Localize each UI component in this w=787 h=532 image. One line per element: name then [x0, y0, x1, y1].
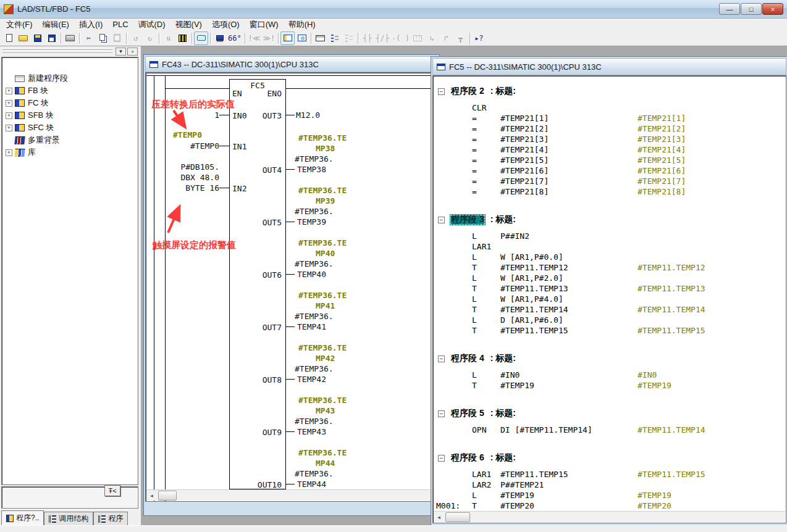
menu-item-0[interactable]: 文件(F): [1, 19, 38, 31]
tree-item-new-network[interactable]: 新建程序段: [2, 72, 138, 85]
dock-menu-button[interactable]: ▼: [116, 48, 126, 56]
stl-line[interactable]: M001:T#TEMP20#TEMP20: [434, 501, 785, 511]
diagnostics-icon[interactable]: [175, 31, 190, 45]
menu-item-6[interactable]: 选项(O): [207, 19, 245, 31]
output-operand-line2[interactable]: TEMP39: [297, 217, 326, 227]
connections-icon[interactable]: [213, 31, 227, 45]
menu-item-8[interactable]: 帮助(H): [284, 19, 321, 31]
open-icon[interactable]: [16, 31, 30, 45]
save-source-icon[interactable]: [30, 31, 44, 45]
program-elements-icon[interactable]: [327, 31, 342, 45]
tree-item-sfb-blocks[interactable]: +SFB 块: [2, 109, 138, 122]
stl-line[interactable]: =#TEMP21[1]#TEMP21[1]: [434, 114, 785, 124]
dock-close-button[interactable]: ×: [127, 48, 138, 56]
tab-program[interactable]: 程序: [93, 512, 128, 525]
collapse-icon[interactable]: −: [438, 355, 445, 362]
cut-icon[interactable]: ✂: [82, 31, 96, 45]
menu-item-1[interactable]: 编辑(E): [38, 19, 74, 31]
expander-icon[interactable]: +: [6, 125, 12, 131]
output-operand-line1[interactable]: #TEMP36.: [295, 207, 334, 216]
tree-item-fb-blocks[interactable]: +FB 块: [2, 85, 138, 97]
in1-operand[interactable]: #TEMP0: [146, 141, 219, 151]
output-operand-line2[interactable]: TEMP44: [297, 480, 326, 489]
tree-item-multi-instance[interactable]: 多重背景: [2, 134, 138, 146]
stl-line[interactable]: =#TEMP21[2]#TEMP21[2]: [434, 124, 785, 135]
network-title[interactable]: 程序段 5: [450, 408, 486, 419]
lad-editor[interactable]: FC5 EN ENO IN0 IN1 IN2 OUT3 OUT4OUT5OUT6…: [146, 73, 437, 501]
network-2-header[interactable]: −程序段 2: 标题:: [434, 85, 785, 98]
collapse-icon[interactable]: −: [438, 455, 445, 462]
fc5-horizontal-scrollbar[interactable]: ◂: [434, 511, 785, 522]
new-network-icon[interactable]: [313, 31, 327, 45]
scroll-left-arrow[interactable]: ◂: [434, 512, 444, 522]
expander-icon[interactable]: +: [6, 100, 12, 107]
tree-item-sfc-blocks[interactable]: +SFC 块: [2, 122, 138, 134]
network-title[interactable]: 程序段 3: [450, 214, 486, 225]
network-6-header[interactable]: −程序段 6: 标题:: [434, 452, 785, 464]
network-title[interactable]: 程序段 6: [450, 452, 486, 463]
print-icon[interactable]: [63, 31, 77, 45]
stl-line[interactable]: LW [AR1,P#2.0]: [434, 273, 785, 284]
overview-window-icon[interactable]: [280, 31, 295, 45]
menu-item-2[interactable]: 插入(I): [74, 19, 107, 31]
stl-line[interactable]: =#TEMP21[4]#TEMP21[4]: [434, 145, 785, 156]
output-operand-line1[interactable]: #TEMP36.: [295, 417, 334, 426]
stl-line[interactable]: L#TEMP19#TEMP19: [434, 491, 785, 501]
monitor-toggle-icon[interactable]: [194, 31, 208, 45]
output-operand-line1[interactable]: #TEMP36.: [295, 312, 334, 321]
fc43-horizontal-scrollbar[interactable]: ◂: [146, 489, 437, 501]
menu-item-4[interactable]: 调试(D): [133, 19, 170, 31]
in2-operand-line[interactable]: BYTE 16: [146, 183, 219, 193]
output-operand-line2[interactable]: TEMP40: [297, 270, 326, 279]
stl-line[interactable]: T#TEMP11.TEMP12#TEMP11.TEMP12: [434, 263, 785, 273]
stl-line[interactable]: LAR1#TEMP11.TEMP15#TEMP11.TEMP15: [434, 470, 785, 480]
stl-line[interactable]: T#TEMP11.TEMP15#TEMP11.TEMP15: [434, 326, 785, 336]
tree-item-libraries[interactable]: +库: [2, 146, 138, 159]
fc43-title-bar[interactable]: FC43 -- DC-311\SIMATIC 300(1)\CPU 313C: [145, 56, 438, 72]
fc5-call-block[interactable]: FC5 EN ENO IN0 IN1 IN2 OUT3 OUT4OUT5OUT6…: [229, 79, 286, 489]
stl-line[interactable]: =#TEMP21[8]#TEMP21[8]: [434, 187, 785, 197]
output-operand-line2[interactable]: TEMP38: [297, 165, 326, 174]
stl-line[interactable]: LW [AR1,P#0.0]: [434, 252, 785, 263]
output-operand-line1[interactable]: #TEMP36.: [295, 154, 334, 164]
fc5-title-bar[interactable]: FC5 -- DC-311\SIMATIC 300(1)\CPU 313C: [432, 58, 786, 75]
overview-toggle-button[interactable]: Ŧ<: [104, 485, 120, 496]
menu-item-3[interactable]: PLC: [107, 19, 133, 30]
stl-line[interactable]: LD [AR1,P#6.0]: [434, 315, 785, 326]
minimize-button[interactable]: —: [719, 3, 740, 15]
stl-line[interactable]: LP##IN2: [434, 231, 785, 242]
stl-line[interactable]: =#TEMP21[3]#TEMP21[3]: [434, 135, 785, 145]
output-operand-line2[interactable]: TEMP43: [297, 427, 326, 436]
output-operand-line1[interactable]: #TEMP36.: [295, 469, 334, 478]
tree-item-fc-blocks[interactable]: +FC 块: [2, 97, 138, 109]
stl-line[interactable]: =#TEMP21[6]#TEMP21[6]: [434, 166, 785, 177]
menu-item-5[interactable]: 视图(V): [170, 19, 207, 31]
expander-icon[interactable]: +: [6, 112, 12, 119]
network-5-header[interactable]: −程序段 5: 标题:: [434, 407, 785, 420]
in0-operand[interactable]: 1: [146, 110, 219, 120]
save-icon[interactable]: [44, 31, 59, 45]
stl-line[interactable]: LAR2P##TEMP21: [434, 480, 785, 491]
collapse-icon[interactable]: −: [438, 410, 445, 417]
stl-line[interactable]: OPNDI [#TEMP11.TEMP14]#TEMP11.TEMP14: [434, 425, 785, 436]
new-document-icon[interactable]: [2, 31, 16, 45]
expander-icon[interactable]: +: [6, 88, 12, 94]
menu-item-7[interactable]: 窗口(W): [245, 19, 284, 31]
output-operand-line1[interactable]: #TEMP36.: [295, 364, 334, 373]
output-operand-line2[interactable]: TEMP41: [297, 322, 326, 331]
stl-line[interactable]: CLR: [434, 103, 785, 114]
network-4-header[interactable]: −程序段 4: 标题:: [434, 352, 785, 365]
out3-operand[interactable]: M12.0: [296, 110, 320, 120]
stl-line[interactable]: LAR1: [434, 242, 785, 252]
scroll-thumb[interactable]: [158, 491, 177, 501]
stl-line[interactable]: LW [AR1,P#4.0]: [434, 294, 785, 305]
collapse-icon[interactable]: −: [438, 217, 445, 223]
scroll-thumb[interactable]: [445, 512, 470, 522]
stl-line[interactable]: T#TEMP19#TEMP19: [434, 381, 785, 391]
stl-line[interactable]: L#IN0#IN0: [434, 370, 785, 381]
maximize-button[interactable]: □: [741, 3, 762, 15]
dock-grip[interactable]: ▼ ×: [1, 48, 138, 56]
stl-line[interactable]: T#TEMP11.TEMP14#TEMP11.TEMP14: [434, 305, 785, 315]
output-operand-line2[interactable]: TEMP42: [297, 375, 326, 384]
tab-program-elements[interactable]: 程序?..: [1, 510, 44, 525]
